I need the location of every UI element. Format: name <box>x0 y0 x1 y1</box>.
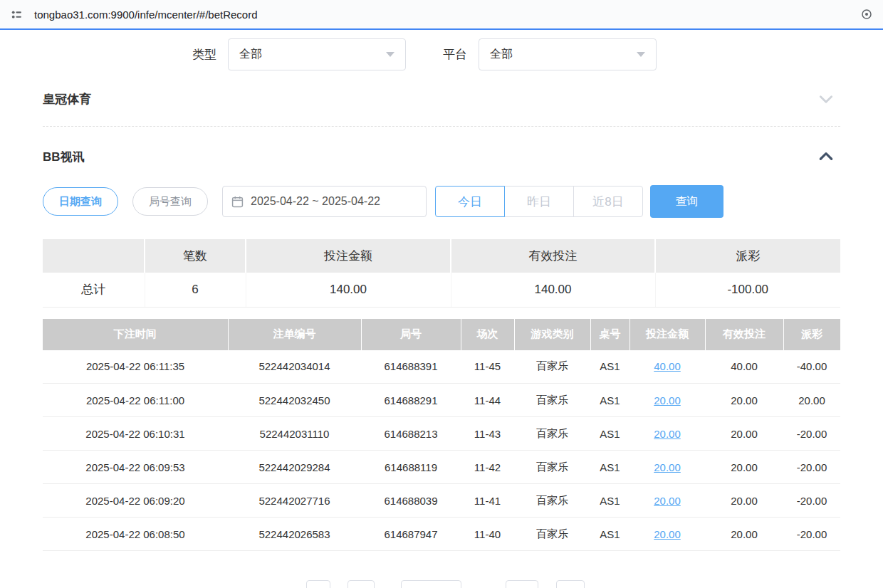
column-header: 注单编号 <box>228 319 361 350</box>
platform-select-value: 全部 <box>490 47 513 62</box>
cell-game: 百家乐 <box>514 384 590 417</box>
cell-session: 11-45 <box>461 350 514 384</box>
bet-records-table: 下注时间注单编号局号场次游戏类别桌号投注金额有效投注派彩 2025-04-22 … <box>43 319 840 552</box>
bet-table-header-row: 下注时间注单编号局号场次游戏类别桌号投注金额有效投注派彩 <box>43 319 840 350</box>
summary-total-bet: 140.00 <box>246 273 451 307</box>
section-bb-video[interactable]: BB视讯 <box>43 142 840 171</box>
summary-header-valid: 有效投注 <box>451 239 655 273</box>
column-header: 投注金额 <box>629 319 705 350</box>
summary-header-payout: 派彩 <box>655 239 840 273</box>
column-header: 场次 <box>461 319 514 350</box>
bet-amount-link[interactable]: 20.00 <box>654 428 681 440</box>
cell-bet: 20.00 <box>629 417 705 451</box>
cell-order: 522442026583 <box>228 518 361 551</box>
cell-valid: 20.00 <box>705 518 783 551</box>
cell-game: 百家乐 <box>514 350 590 384</box>
pagination-prev-button[interactable] <box>306 580 330 588</box>
round-query-tab[interactable]: 局号查询 <box>132 187 208 216</box>
table-row: 2025-04-22 06:11:00522442032450614688291… <box>43 384 840 417</box>
summary-header-bet: 投注金额 <box>246 239 451 273</box>
section-title-bb: BB视讯 <box>43 149 85 165</box>
cell-game: 百家乐 <box>514 417 590 451</box>
bet-table-body: 2025-04-22 06:11:35522442034014614688391… <box>43 350 840 551</box>
column-header: 下注时间 <box>43 319 228 350</box>
summary-header-blank <box>43 239 145 273</box>
summary-total-valid: 140.00 <box>451 273 655 307</box>
chevron-up-icon <box>817 148 835 165</box>
url-text[interactable]: tongbao31.com:9900/infe/mcenter/#/betRec… <box>34 9 859 21</box>
cell-valid: 20.00 <box>705 384 783 417</box>
cell-time: 2025-04-22 06:10:31 <box>43 417 228 451</box>
cell-round: 614688291 <box>361 384 461 417</box>
cell-time: 2025-04-22 06:09:20 <box>43 484 228 518</box>
pagination-page-size-select[interactable] <box>401 580 461 588</box>
browser-action-icon[interactable] <box>859 6 874 22</box>
summary-total-count: 6 <box>145 273 246 307</box>
search-button[interactable]: 查询 <box>650 185 723 218</box>
section-crown-sports[interactable]: 皇冠体育 <box>43 85 840 113</box>
today-button[interactable]: 今日 <box>435 186 505 217</box>
calendar-icon <box>231 196 244 208</box>
cell-bet: 40.00 <box>629 350 705 384</box>
cell-session: 11-42 <box>461 451 514 484</box>
pagination-next-button[interactable] <box>506 580 538 588</box>
date-range-input[interactable]: 2025-04-22 ~ 2025-04-22 <box>222 186 427 217</box>
cell-round: 614687947 <box>361 518 461 551</box>
cell-table: AS1 <box>590 350 629 384</box>
cell-time: 2025-04-22 06:08:50 <box>43 518 228 551</box>
cell-bet: 20.00 <box>629 384 705 417</box>
summary-header-row: 笔数 投注金额 有效投注 派彩 <box>43 239 840 273</box>
cell-round: 614688391 <box>361 350 461 384</box>
pagination <box>43 580 840 588</box>
bet-amount-link[interactable]: 40.00 <box>654 360 681 372</box>
cell-payout: -40.00 <box>783 350 840 384</box>
type-select-value: 全部 <box>239 47 262 62</box>
query-toolbar: 日期查询 局号查询 2025-04-22 ~ 2025-04-22 今日 昨日 … <box>43 185 840 218</box>
cell-game: 百家乐 <box>514 484 590 518</box>
cell-payout: -20.00 <box>783 484 840 518</box>
chevron-down-icon <box>386 52 395 57</box>
last-8-days-button[interactable]: 近8日 <box>573 186 643 217</box>
summary-total-row: 总计 6 140.00 140.00 -100.00 <box>43 273 840 307</box>
cell-order: 522442029284 <box>228 451 361 484</box>
date-query-tab[interactable]: 日期查询 <box>43 187 118 216</box>
type-select[interactable]: 全部 <box>228 38 406 70</box>
summary-total-payout: -100.00 <box>655 273 840 307</box>
bet-amount-link[interactable]: 20.00 <box>654 394 681 406</box>
table-row: 2025-04-22 06:10:31522442031110614688213… <box>43 417 840 451</box>
cell-table: AS1 <box>590 484 629 518</box>
cell-bet: 20.00 <box>629 484 705 518</box>
cell-order: 522442027716 <box>228 484 361 518</box>
column-header: 派彩 <box>783 319 840 350</box>
cell-time: 2025-04-22 06:09:53 <box>43 451 228 484</box>
cell-table: AS1 <box>590 417 629 451</box>
bet-amount-link[interactable]: 20.00 <box>654 495 681 507</box>
column-header: 有效投注 <box>705 319 783 350</box>
pagination-page-button[interactable] <box>348 580 375 588</box>
bet-amount-link[interactable]: 20.00 <box>654 528 681 540</box>
yesterday-button[interactable]: 昨日 <box>504 186 574 217</box>
platform-select[interactable]: 全部 <box>479 38 657 70</box>
cell-table: AS1 <box>590 451 629 484</box>
section-title-crown: 皇冠体育 <box>43 91 91 107</box>
cell-game: 百家乐 <box>514 518 590 551</box>
cell-payout: 20.00 <box>783 384 840 417</box>
cell-payout: -20.00 <box>783 417 840 451</box>
cell-round: 614688119 <box>361 451 461 484</box>
cell-bet: 20.00 <box>629 518 705 551</box>
bet-amount-link[interactable]: 20.00 <box>654 461 681 473</box>
tab-search-icon[interactable] <box>9 6 24 22</box>
cell-round: 614688039 <box>361 484 461 518</box>
pagination-jump-input[interactable] <box>556 580 585 588</box>
cell-time: 2025-04-22 06:11:00 <box>43 384 228 417</box>
summary-header-count: 笔数 <box>145 239 246 273</box>
table-row: 2025-04-22 06:09:20522442027716614688039… <box>43 484 840 518</box>
cell-payout: -20.00 <box>783 451 840 484</box>
cell-game: 百家乐 <box>514 451 590 484</box>
table-row: 2025-04-22 06:09:53522442029284614688119… <box>43 451 840 484</box>
section-divider <box>43 126 840 127</box>
cell-valid: 20.00 <box>705 484 783 518</box>
browser-address-bar[interactable]: tongbao31.com:9900/infe/mcenter/#/betRec… <box>0 0 883 30</box>
cell-order: 522442034014 <box>228 350 361 384</box>
cell-order: 522442031110 <box>228 417 361 451</box>
